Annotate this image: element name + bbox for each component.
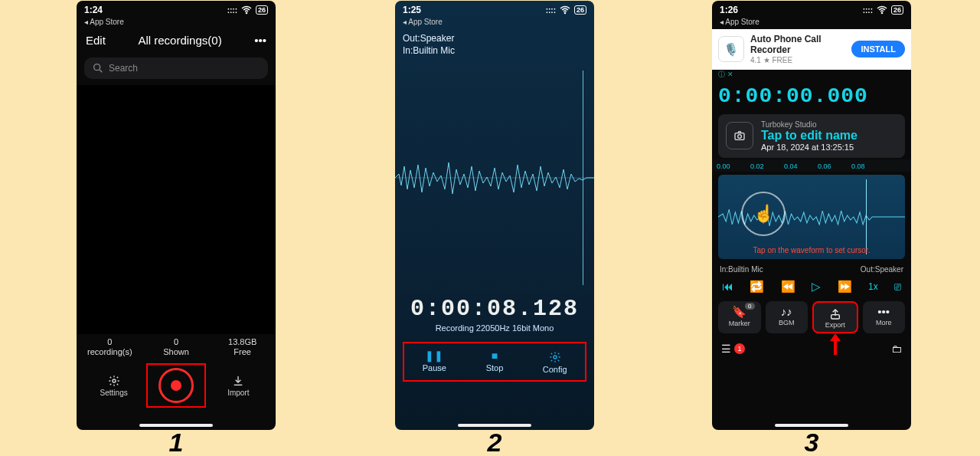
screen-1: 1:24 :::: 26 ◂ App Store Edit All record… bbox=[77, 1, 276, 430]
stat-free-label: Free bbox=[209, 347, 276, 357]
speed-button[interactable]: 1x bbox=[868, 281, 878, 292]
record-button-highlight bbox=[146, 363, 206, 408]
recordings-empty-area bbox=[77, 85, 276, 334]
signal-icon: :::: bbox=[863, 6, 873, 15]
forward-button[interactable]: ⏩ bbox=[838, 280, 852, 294]
recording-timer: 0:00:08.128 bbox=[395, 293, 594, 323]
clock: 1:25 bbox=[403, 5, 421, 15]
import-label: Import bbox=[227, 389, 249, 397]
wifi-icon bbox=[876, 4, 888, 16]
step-label-2: 2 bbox=[395, 428, 594, 456]
record-button[interactable] bbox=[158, 368, 194, 403]
edit-button[interactable]: Edit bbox=[86, 34, 106, 47]
camera-icon bbox=[726, 122, 753, 149]
home-indicator[interactable] bbox=[775, 424, 848, 427]
header: Edit All recordings(0) ••• bbox=[77, 29, 276, 51]
stat-recordings-label: recording(s) bbox=[77, 347, 143, 357]
settings-tab[interactable]: Settings bbox=[87, 375, 141, 397]
status-bar: 1:25 :::: 26 bbox=[395, 1, 594, 16]
wifi-icon bbox=[240, 4, 253, 16]
wifi-icon bbox=[559, 4, 571, 16]
page-title: All recordings(0) bbox=[138, 34, 221, 47]
export-button-highlight: Export bbox=[812, 301, 858, 333]
stop-icon: ■ bbox=[465, 349, 525, 362]
config-button[interactable]: Config bbox=[524, 343, 585, 379]
screen-3: 1:26 :::: 26 ◂ App Store 🎙️ Auto Phone C… bbox=[712, 1, 911, 430]
export-button[interactable]: Export bbox=[814, 307, 857, 329]
pause-button[interactable]: ❚❚ Pause bbox=[404, 343, 465, 379]
music-icon: ♪♪ bbox=[766, 305, 808, 318]
svg-point-1 bbox=[94, 64, 100, 71]
ad-install-button[interactable]: INSTALL bbox=[851, 41, 905, 57]
battery-icon: 26 bbox=[256, 5, 268, 15]
signal-icon: :::: bbox=[227, 6, 237, 15]
ad-app-name: Auto Phone Call Recorder bbox=[750, 34, 845, 56]
stat-shown-label: Shown bbox=[143, 347, 210, 357]
back-to-appstore[interactable]: ◂ App Store bbox=[395, 16, 594, 29]
footer-row: ☰ 1 🗀 bbox=[712, 336, 911, 355]
step-label-3: 3 bbox=[712, 428, 911, 456]
skip-start-button[interactable]: ⏮ bbox=[722, 280, 733, 293]
more-label: More bbox=[876, 319, 892, 326]
more-button[interactable]: ••• bbox=[254, 34, 266, 47]
svg-point-0 bbox=[246, 12, 247, 13]
rewind-button[interactable]: ⏪ bbox=[781, 280, 795, 294]
stat-shown-count: 0 bbox=[143, 337, 210, 347]
recording-format: Recording 22050Hz 16bit Mono bbox=[395, 323, 594, 337]
transport-controls: ⏮ 🔁 ⏪ ▷ ⏩ 1x ⎚ bbox=[712, 277, 911, 297]
ad-banner[interactable]: 🎙️ Auto Phone Call Recorder 4.1 ★ FREE I… bbox=[712, 29, 911, 70]
signal-icon: :::: bbox=[546, 6, 556, 15]
screen-2: 1:25 :::: 26 ◂ App Store Out:Speaker In:… bbox=[395, 1, 594, 430]
waveform-view[interactable] bbox=[395, 63, 594, 293]
svg-point-9 bbox=[738, 135, 742, 139]
waveform-hint: Tap on the waveform to set cursor. bbox=[718, 246, 905, 254]
marker-button[interactable]: 0 🔖 Marker bbox=[718, 301, 761, 333]
status-right: :::: 26 bbox=[546, 4, 586, 16]
svg-point-7 bbox=[881, 12, 882, 13]
more-button[interactable]: ••• More bbox=[863, 301, 906, 333]
pause-label: Pause bbox=[423, 363, 446, 372]
recording-info-card[interactable]: Turbokey Studio Tap to edit name Apr 18,… bbox=[718, 114, 905, 158]
search-icon bbox=[92, 62, 104, 74]
ruler-tick: 0.08 bbox=[851, 162, 885, 170]
back-to-appstore[interactable]: ◂ App Store bbox=[77, 16, 276, 29]
ruler-tick: 0.02 bbox=[750, 162, 784, 170]
import-icon bbox=[232, 375, 244, 387]
stop-button[interactable]: ■ Stop bbox=[465, 343, 525, 379]
svg-line-2 bbox=[100, 70, 102, 72]
marker-label: Marker bbox=[729, 320, 750, 327]
output-device: Out:Speaker bbox=[403, 32, 586, 44]
home-indicator[interactable] bbox=[139, 424, 213, 427]
ruler-tick: 0.06 bbox=[818, 162, 851, 170]
back-to-appstore[interactable]: ◂ App Store bbox=[712, 16, 911, 29]
recording-title[interactable]: Tap to edit name bbox=[761, 129, 858, 143]
airplay-button[interactable]: ⎚ bbox=[894, 280, 901, 293]
recording-date: Apr 18, 2024 at 13:25:15 bbox=[761, 143, 858, 152]
search-placeholder: Search bbox=[109, 63, 138, 74]
clock: 1:24 bbox=[84, 5, 103, 15]
more-icon: ••• bbox=[863, 305, 906, 318]
import-tab[interactable]: Import bbox=[211, 375, 265, 397]
recording-controls-highlight: ❚❚ Pause ■ Stop Config bbox=[403, 342, 586, 381]
status-bar: 1:26 :::: 26 bbox=[712, 1, 911, 16]
tap-hint-icon: ☝ bbox=[741, 192, 786, 236]
battery-icon: 26 bbox=[574, 5, 586, 15]
studio-label: Turbokey Studio bbox=[761, 120, 858, 129]
bgm-button[interactable]: ♪♪ BGM bbox=[766, 301, 808, 333]
home-indicator[interactable] bbox=[458, 424, 531, 427]
stat-recordings-count: 0 bbox=[77, 337, 143, 347]
stat-free-count: 13.8GB bbox=[209, 337, 276, 347]
ad-badge[interactable]: ⓘ ✕ bbox=[712, 70, 911, 80]
input-device: In:Builtin Mic bbox=[403, 44, 586, 57]
settings-label: Settings bbox=[100, 389, 128, 397]
svg-point-4 bbox=[564, 12, 565, 13]
output-device: Out:Speaker bbox=[861, 265, 903, 274]
list-icon[interactable]: ☰ bbox=[721, 343, 731, 355]
loop-button[interactable]: 🔁 bbox=[750, 280, 764, 294]
search-input[interactable]: Search bbox=[84, 57, 268, 79]
action-row: 0 🔖 Marker ♪♪ BGM Export ••• More bbox=[712, 297, 911, 336]
waveform-view[interactable]: ☝ Tap on the waveform to set cursor. bbox=[718, 175, 905, 259]
folder-icon[interactable]: 🗀 bbox=[891, 343, 902, 355]
pause-icon: ❚❚ bbox=[404, 349, 465, 362]
play-button[interactable]: ▷ bbox=[812, 280, 821, 294]
